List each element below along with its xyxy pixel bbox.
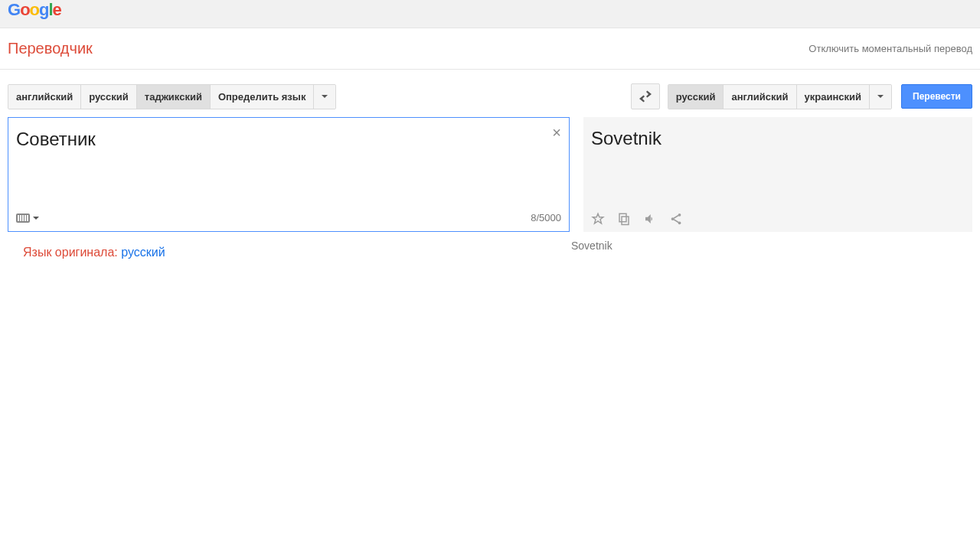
char-count: 8/5000 (531, 212, 561, 223)
copy-button[interactable] (617, 212, 631, 226)
swap-languages-button[interactable] (631, 83, 660, 109)
listen-button[interactable] (643, 212, 657, 226)
chevron-down-icon (877, 95, 884, 98)
share-button[interactable] (669, 212, 683, 226)
language-toolbar: английский русский таджикский Определить… (0, 70, 980, 117)
copy-icon (617, 212, 631, 226)
app-bar: Переводчик Отключить моментальный перево… (0, 28, 980, 70)
speaker-icon (643, 212, 657, 226)
translation-panes: × 8/5000 Sovetnik (0, 117, 980, 232)
svg-rect-1 (619, 214, 626, 222)
source-footer: 8/5000 (8, 207, 569, 231)
save-star-button[interactable] (591, 212, 605, 226)
target-lang-russian[interactable]: русский (668, 85, 724, 109)
target-language-group: русский английский украинский (668, 84, 892, 109)
target-lang-more[interactable] (870, 85, 891, 109)
share-icon (669, 212, 683, 226)
detected-language-row: Язык оригинала: русский (8, 232, 570, 273)
global-header: Google (0, 0, 980, 28)
clear-source-button[interactable]: × (552, 124, 561, 142)
source-lang-russian[interactable]: русский (81, 85, 137, 109)
source-lang-detect[interactable]: Определить язык (211, 85, 315, 109)
detected-label: Язык оригинала: (23, 246, 121, 259)
keyboard-icon (16, 214, 30, 223)
source-pane: × 8/5000 (8, 117, 570, 232)
source-lang-tajik[interactable]: таджикский (137, 85, 211, 109)
star-icon (591, 212, 605, 226)
swap-icon (638, 90, 653, 103)
target-lang-english[interactable]: английский (724, 85, 796, 109)
source-text-input[interactable] (8, 118, 569, 207)
source-lang-english[interactable]: английский (8, 85, 81, 109)
svg-rect-0 (622, 217, 629, 225)
app-title: Переводчик (8, 40, 93, 57)
result-pane: Sovetnik (583, 117, 972, 232)
result-actions (591, 207, 965, 226)
result-transliteration: Sovetnik (570, 232, 972, 252)
toggle-instant-link[interactable]: Отключить моментальный перевод (808, 43, 972, 54)
close-icon: × (552, 124, 561, 141)
source-lang-more[interactable] (314, 85, 335, 109)
detected-language-link[interactable]: русский (121, 246, 165, 259)
google-logo[interactable]: Google (8, 0, 61, 19)
chevron-down-icon (33, 217, 39, 220)
translate-button[interactable]: Перевести (901, 84, 972, 109)
source-language-group: английский русский таджикский Определить… (8, 84, 336, 109)
result-text: Sovetnik (591, 128, 965, 207)
chevron-down-icon (322, 95, 328, 98)
keyboard-button[interactable] (16, 214, 39, 223)
target-lang-ukrainian[interactable]: украинский (797, 85, 870, 109)
